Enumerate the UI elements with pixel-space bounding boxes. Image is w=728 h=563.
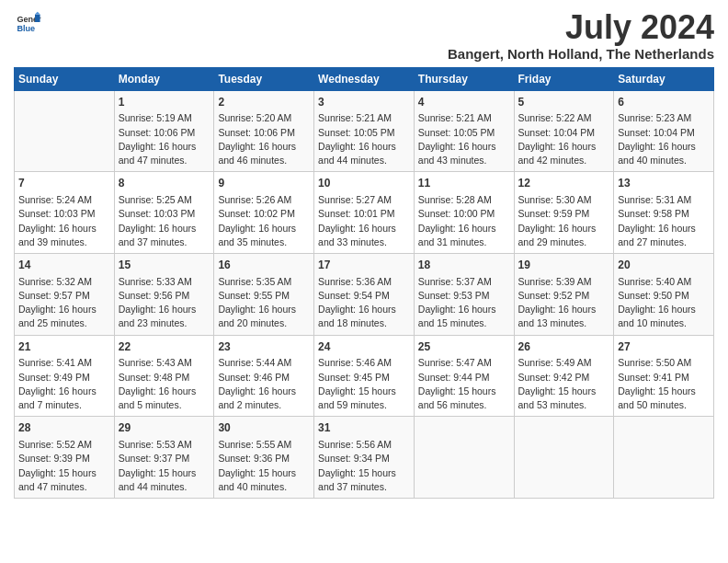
calendar-cell: 2Sunrise: 5:20 AM Sunset: 10:06 PM Dayli… <box>214 90 314 172</box>
day-number: 17 <box>318 258 410 273</box>
cell-content: Sunrise: 5:28 AM Sunset: 10:00 PM Daylig… <box>418 193 510 249</box>
day-number: 2 <box>218 95 310 110</box>
calendar-cell: 15Sunrise: 5:33 AM Sunset: 9:56 PM Dayli… <box>114 253 214 335</box>
calendar-week-row: 14Sunrise: 5:32 AM Sunset: 9:57 PM Dayli… <box>15 253 714 335</box>
column-header: Wednesday <box>314 67 415 90</box>
day-number: 25 <box>418 339 510 355</box>
logo-icon: General Blue <box>16 9 41 35</box>
day-number: 12 <box>518 176 610 191</box>
day-number: 11 <box>418 176 510 191</box>
day-number: 3 <box>318 95 410 110</box>
calendar-cell: 30Sunrise: 5:55 AM Sunset: 9:36 PM Dayli… <box>214 417 314 499</box>
calendar-cell: 6Sunrise: 5:23 AM Sunset: 10:04 PM Dayli… <box>614 90 714 172</box>
calendar-cell: 3Sunrise: 5:21 AM Sunset: 10:05 PM Dayli… <box>314 90 415 172</box>
cell-content: Sunrise: 5:37 AM Sunset: 9:53 PM Dayligh… <box>418 275 510 331</box>
calendar-cell: 14Sunrise: 5:32 AM Sunset: 9:57 PM Dayli… <box>15 253 115 335</box>
cell-content: Sunrise: 5:30 AM Sunset: 9:59 PM Dayligh… <box>518 193 610 249</box>
calendar-cell: 22Sunrise: 5:43 AM Sunset: 9:48 PM Dayli… <box>114 335 214 417</box>
day-number: 6 <box>618 95 710 110</box>
calendar-cell: 4Sunrise: 5:21 AM Sunset: 10:05 PM Dayli… <box>414 90 514 172</box>
cell-content: Sunrise: 5:41 AM Sunset: 9:49 PM Dayligh… <box>18 356 110 412</box>
svg-text:Blue: Blue <box>17 24 35 33</box>
cell-content: Sunrise: 5:50 AM Sunset: 9:41 PM Dayligh… <box>618 356 710 412</box>
title-area: July 2024 Bangert, North Holland, The Ne… <box>448 9 714 62</box>
calendar-cell: 19Sunrise: 5:39 AM Sunset: 9:52 PM Dayli… <box>514 253 614 335</box>
calendar-cell: 23Sunrise: 5:44 AM Sunset: 9:46 PM Dayli… <box>214 335 314 417</box>
cell-content: Sunrise: 5:47 AM Sunset: 9:44 PM Dayligh… <box>418 356 510 412</box>
column-header: Thursday <box>414 67 514 90</box>
day-number: 15 <box>119 258 210 273</box>
calendar-cell: 28Sunrise: 5:52 AM Sunset: 9:39 PM Dayli… <box>15 417 115 499</box>
svg-marker-3 <box>35 12 40 15</box>
day-number: 23 <box>218 339 310 355</box>
calendar-cell: 8Sunrise: 5:25 AM Sunset: 10:03 PM Dayli… <box>114 172 214 254</box>
day-number: 5 <box>518 95 610 110</box>
calendar-cell: 21Sunrise: 5:41 AM Sunset: 9:49 PM Dayli… <box>15 335 115 417</box>
cell-content: Sunrise: 5:25 AM Sunset: 10:03 PM Daylig… <box>119 193 210 249</box>
main-title: July 2024 <box>448 9 714 46</box>
day-number: 31 <box>318 420 410 436</box>
day-number: 30 <box>218 420 310 436</box>
calendar-week-row: 28Sunrise: 5:52 AM Sunset: 9:39 PM Dayli… <box>15 417 714 499</box>
calendar-cell: 24Sunrise: 5:46 AM Sunset: 9:45 PM Dayli… <box>314 335 415 417</box>
day-number: 20 <box>618 258 710 273</box>
day-number: 1 <box>119 95 210 110</box>
calendar-cell: 27Sunrise: 5:50 AM Sunset: 9:41 PM Dayli… <box>614 335 714 417</box>
day-number: 8 <box>119 176 210 191</box>
calendar-cell: 17Sunrise: 5:36 AM Sunset: 9:54 PM Dayli… <box>314 253 415 335</box>
day-number: 29 <box>119 420 210 436</box>
calendar-cell <box>614 417 714 499</box>
calendar-cell: 20Sunrise: 5:40 AM Sunset: 9:50 PM Dayli… <box>614 253 714 335</box>
calendar-cell: 7Sunrise: 5:24 AM Sunset: 10:03 PM Dayli… <box>15 172 115 254</box>
column-header: Tuesday <box>214 67 314 90</box>
day-number: 26 <box>518 339 610 355</box>
calendar-cell: 1Sunrise: 5:19 AM Sunset: 10:06 PM Dayli… <box>114 90 214 172</box>
svg-marker-2 <box>35 15 40 22</box>
calendar-cell: 13Sunrise: 5:31 AM Sunset: 9:58 PM Dayli… <box>614 172 714 254</box>
day-number: 9 <box>218 176 310 191</box>
day-number: 14 <box>18 258 110 273</box>
cell-content: Sunrise: 5:22 AM Sunset: 10:04 PM Daylig… <box>518 111 610 167</box>
column-header-row: SundayMondayTuesdayWednesdayThursdayFrid… <box>15 67 714 90</box>
calendar-week-row: 21Sunrise: 5:41 AM Sunset: 9:49 PM Dayli… <box>15 335 714 417</box>
day-number: 21 <box>18 339 110 355</box>
cell-content: Sunrise: 5:36 AM Sunset: 9:54 PM Dayligh… <box>318 275 410 331</box>
cell-content: Sunrise: 5:20 AM Sunset: 10:06 PM Daylig… <box>218 111 310 167</box>
day-number: 7 <box>18 176 110 191</box>
calendar-cell <box>414 417 514 499</box>
cell-content: Sunrise: 5:40 AM Sunset: 9:50 PM Dayligh… <box>618 275 710 331</box>
day-number: 4 <box>418 95 510 110</box>
cell-content: Sunrise: 5:46 AM Sunset: 9:45 PM Dayligh… <box>318 356 410 412</box>
calendar-cell: 25Sunrise: 5:47 AM Sunset: 9:44 PM Dayli… <box>414 335 514 417</box>
cell-content: Sunrise: 5:31 AM Sunset: 9:58 PM Dayligh… <box>618 193 710 249</box>
cell-content: Sunrise: 5:23 AM Sunset: 10:04 PM Daylig… <box>618 111 710 167</box>
column-header: Sunday <box>15 67 115 90</box>
calendar-week-row: 7Sunrise: 5:24 AM Sunset: 10:03 PM Dayli… <box>15 172 714 254</box>
calendar-cell <box>15 90 115 172</box>
cell-content: Sunrise: 5:55 AM Sunset: 9:36 PM Dayligh… <box>218 438 310 494</box>
cell-content: Sunrise: 5:52 AM Sunset: 9:39 PM Dayligh… <box>18 438 110 494</box>
calendar-cell: 12Sunrise: 5:30 AM Sunset: 9:59 PM Dayli… <box>514 172 614 254</box>
cell-content: Sunrise: 5:56 AM Sunset: 9:34 PM Dayligh… <box>318 438 410 494</box>
subtitle: Bangert, North Holland, The Netherlands <box>448 46 714 62</box>
calendar-cell: 10Sunrise: 5:27 AM Sunset: 10:01 PM Dayl… <box>314 172 415 254</box>
cell-content: Sunrise: 5:26 AM Sunset: 10:02 PM Daylig… <box>218 193 310 249</box>
calendar-week-row: 1Sunrise: 5:19 AM Sunset: 10:06 PM Dayli… <box>15 90 714 172</box>
day-number: 24 <box>318 339 410 355</box>
calendar-cell: 16Sunrise: 5:35 AM Sunset: 9:55 PM Dayli… <box>214 253 314 335</box>
day-number: 18 <box>418 258 510 273</box>
calendar-cell: 11Sunrise: 5:28 AM Sunset: 10:00 PM Dayl… <box>414 172 514 254</box>
column-header: Saturday <box>614 67 714 90</box>
calendar-cell <box>514 417 614 499</box>
calendar-cell: 5Sunrise: 5:22 AM Sunset: 10:04 PM Dayli… <box>514 90 614 172</box>
calendar-cell: 29Sunrise: 5:53 AM Sunset: 9:37 PM Dayli… <box>114 417 214 499</box>
cell-content: Sunrise: 5:24 AM Sunset: 10:03 PM Daylig… <box>18 193 110 249</box>
day-number: 19 <box>518 258 610 273</box>
cell-content: Sunrise: 5:49 AM Sunset: 9:42 PM Dayligh… <box>518 356 610 412</box>
calendar-cell: 31Sunrise: 5:56 AM Sunset: 9:34 PM Dayli… <box>314 417 415 499</box>
header: General Blue July 2024 Bangert, North Ho… <box>14 9 714 62</box>
logo: General Blue <box>14 9 41 39</box>
cell-content: Sunrise: 5:35 AM Sunset: 9:55 PM Dayligh… <box>218 275 310 331</box>
calendar-table: SundayMondayTuesdayWednesdayThursdayFrid… <box>14 67 714 499</box>
calendar-cell: 9Sunrise: 5:26 AM Sunset: 10:02 PM Dayli… <box>214 172 314 254</box>
